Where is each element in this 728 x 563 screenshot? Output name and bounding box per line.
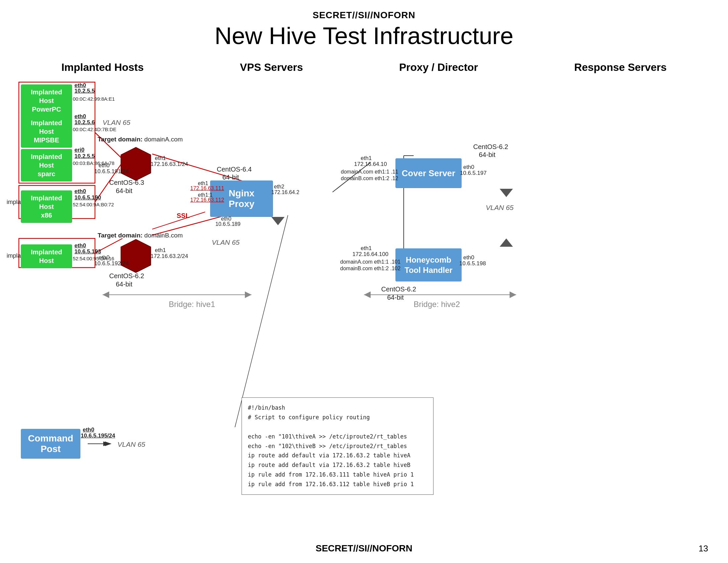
host-generic-ip: 10.6.5.193 — [74, 248, 101, 255]
host-x86-mac: 52:54:00:9A:B0:72 — [73, 202, 114, 207]
vps1-eth0: eth0 — [99, 162, 110, 169]
page-title: New Hive Test Infrastructure — [0, 22, 728, 49]
implanted-host-generic: ImplantedHost — [21, 244, 72, 268]
host-generic-eth: eth0 — [74, 242, 86, 249]
honeycomb-eth1-1: domainA.com eth1:1 .101 — [340, 259, 400, 265]
code-line6: ip route add default via 172.16.63.2 tab… — [248, 451, 427, 460]
command-post-ip: 10.6.5.195/24 — [81, 433, 115, 439]
col-header-vps-servers: VPS Servers — [240, 61, 303, 73]
host-mipsbe-mac: 00:0C:42:4D:7B:DE — [73, 126, 116, 132]
vps1-eth1: eth1 — [155, 155, 166, 162]
col-header-implanted-hosts: Implanted Hosts — [61, 61, 144, 73]
code-line5: echo -en "102\thiveB >> /etc/iproute2/rt… — [248, 442, 427, 451]
command-post-vlan: VLAN 65 — [117, 441, 145, 448]
proxy-eth0-ip: 10.6.5.189 — [215, 221, 241, 227]
svg-marker-16 — [500, 238, 513, 247]
honeycomb-eth0: eth0 — [463, 254, 474, 261]
proxy-eth1-1-ip: 172.16.63.112 — [190, 197, 224, 203]
implanted-host-powerpc: ImplantedHostPowerPC — [21, 84, 72, 117]
code-line3 — [248, 422, 427, 432]
vps2-eth1: eth1 — [155, 247, 166, 254]
bridge-hive2-label: Bridge: hive2 — [374, 300, 500, 309]
cover-os: CentOS-6.2 — [473, 143, 508, 151]
cover-eth0-ip: 10.6.5.197 — [460, 170, 486, 176]
host-sparc-eth: eri0 — [74, 147, 84, 153]
ssl-label: SSL — [177, 212, 190, 219]
svg-line-23 — [235, 215, 288, 427]
cover-eth1-ip: 172.16.64.10 — [354, 161, 387, 167]
code-line1: #!/bin/bash — [248, 403, 427, 413]
svg-marker-18 — [103, 292, 109, 298]
code-line9: ip rule add from 172.16.63.112 table hiv… — [248, 480, 427, 489]
honeycomb-eth1-ip: 172.16.64.100 — [352, 251, 388, 258]
command-post-box: CommandPost — [21, 429, 80, 459]
vps2-eth1-ip: 172.16.63.2/24 — [151, 253, 188, 259]
svg-marker-14 — [271, 217, 285, 225]
vps1-os: CentOS-6.3 — [109, 179, 144, 186]
proxy-os: CentOS-6.4 — [217, 165, 252, 173]
implanted-host-x86: ImplantedHostx86 — [21, 190, 72, 223]
host-mipsbe-eth: eth0 — [74, 113, 86, 120]
vlan-label-response: VLAN 65 — [486, 204, 514, 211]
svg-marker-15 — [500, 189, 513, 197]
proxy-bits: 64-bit — [222, 173, 239, 181]
vps1-eth0-ip: 10.6.5.191/24 — [94, 168, 129, 175]
vps2-eth0-ip: 10.6.5.192/24 — [94, 260, 129, 267]
implanted-host-sparc: ImplantedHostsparc — [21, 149, 72, 181]
proxy-eth1-ip: 172.16.63.111 — [190, 185, 224, 191]
cover-eth1: eth1 — [361, 155, 372, 162]
classification-bottom: SECRET//SI//NOFORN — [0, 543, 728, 554]
vps1-target-domain-label: Target domain: domainA.com — [98, 136, 183, 143]
cover-server-box: Cover Server — [395, 158, 462, 188]
implanted-host-mipsbe: ImplantedHostMIPSBE — [21, 115, 72, 148]
vps2-os: CentOS-6.2 — [109, 272, 144, 280]
honeycomb-eth0-ip: 10.6.5.198 — [459, 260, 486, 267]
page-number: 13 — [699, 543, 708, 554]
host-powerpc-mac: 00:0C:42:99:8A:E1 — [73, 96, 115, 102]
cover-eth1-1: domainA.com eth1:1 .11 — [341, 169, 398, 175]
bridge-hive1-label: Bridge: hive1 — [129, 300, 255, 309]
svg-marker-21 — [364, 292, 371, 298]
code-box: #!/bin/bash # Script to configure policy… — [242, 398, 433, 495]
honeycomb-eth1: eth1 — [361, 245, 372, 252]
code-line4: echo -en "101\thiveA >> /etc/iproute2/rt… — [248, 432, 427, 442]
vlan-label-1: VLAN 65 — [103, 118, 130, 126]
svg-marker-22 — [510, 292, 516, 298]
proxy-eth2-ip: 172.16.64.2 — [271, 189, 299, 195]
host-mipsbe-ip: 10.2.5.6 — [74, 119, 95, 126]
vps1-eth1-ip: 172.16.63.1/24 — [151, 161, 188, 167]
host-sparc-ip: 10.2.5.5 — [74, 153, 95, 160]
honeycomb-box: HoneycombTool Handler — [395, 248, 462, 282]
classification-top: SECRET//SI//NOFORN — [0, 10, 728, 21]
host-x86-eth: eth0 — [74, 188, 86, 195]
col-header-proxy: Proxy / Director — [399, 61, 478, 73]
cover-bits: 64-bit — [479, 151, 495, 159]
code-line2: # Script to configure policy routing — [248, 413, 427, 422]
svg-marker-19 — [245, 292, 251, 298]
vps1-bits: 64-bit — [116, 187, 132, 195]
host-x86-ip: 10.6.5.190 — [74, 194, 101, 201]
code-line8: ip rule add from 172.16.63.111 table hiv… — [248, 470, 427, 480]
command-post-eth: eth0 — [83, 427, 94, 433]
col-header-response-servers: Response Servers — [574, 61, 666, 73]
svg-marker-26 — [121, 147, 151, 180]
cover-eth0: eth0 — [463, 164, 474, 170]
vps2-eth0: eth0 — [99, 254, 110, 261]
honeycomb-os: CentOS-6.2 — [381, 286, 416, 293]
vps2-bits: 64-bit — [116, 280, 132, 288]
vlan-label-proxy: VLAN 65 — [212, 238, 240, 246]
proxy-eth2: eth2 — [274, 184, 284, 190]
cover-eth1-2: domainB.com eth1:2 .12 — [341, 175, 398, 181]
honeycomb-eth1-2: domainB.com eth1:2 .102 — [340, 265, 400, 271]
host-powerpc-ip: 10.2.5.5 — [74, 88, 95, 94]
code-line7: ip route add default via 172.16.63.2 tab… — [248, 460, 427, 470]
svg-marker-27 — [121, 239, 151, 272]
